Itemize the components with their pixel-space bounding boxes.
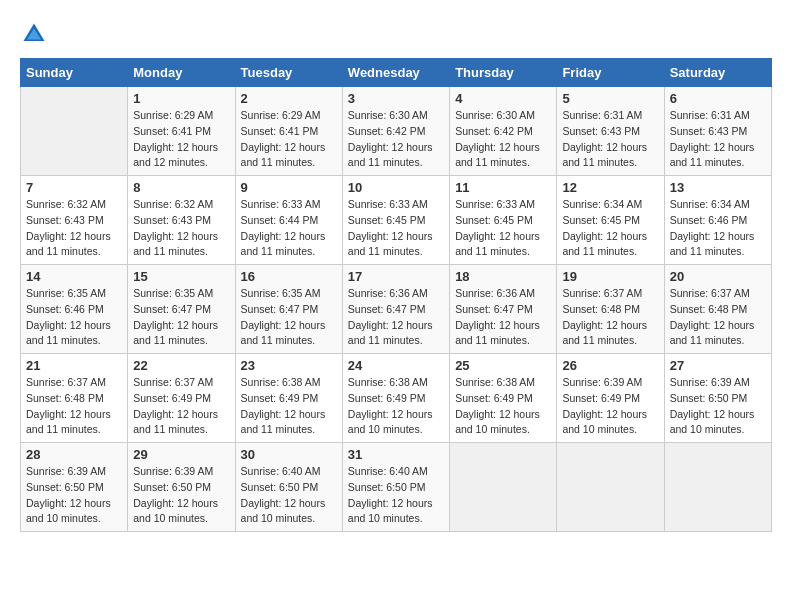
calendar-week-row: 28Sunrise: 6:39 AMSunset: 6:50 PMDayligh… bbox=[21, 443, 772, 532]
calendar-cell: 3Sunrise: 6:30 AMSunset: 6:42 PMDaylight… bbox=[342, 87, 449, 176]
calendar-cell: 1Sunrise: 6:29 AMSunset: 6:41 PMDaylight… bbox=[128, 87, 235, 176]
calendar-cell: 30Sunrise: 6:40 AMSunset: 6:50 PMDayligh… bbox=[235, 443, 342, 532]
day-number: 9 bbox=[241, 180, 337, 195]
day-number: 11 bbox=[455, 180, 551, 195]
day-number: 10 bbox=[348, 180, 444, 195]
calendar-table: SundayMondayTuesdayWednesdayThursdayFrid… bbox=[20, 58, 772, 532]
day-details: Sunrise: 6:39 AMSunset: 6:49 PMDaylight:… bbox=[562, 375, 658, 438]
day-details: Sunrise: 6:29 AMSunset: 6:41 PMDaylight:… bbox=[241, 108, 337, 171]
calendar-week-row: 14Sunrise: 6:35 AMSunset: 6:46 PMDayligh… bbox=[21, 265, 772, 354]
day-number: 25 bbox=[455, 358, 551, 373]
calendar-cell: 27Sunrise: 6:39 AMSunset: 6:50 PMDayligh… bbox=[664, 354, 771, 443]
column-header-tuesday: Tuesday bbox=[235, 59, 342, 87]
calendar-cell: 25Sunrise: 6:38 AMSunset: 6:49 PMDayligh… bbox=[450, 354, 557, 443]
calendar-cell bbox=[664, 443, 771, 532]
day-number: 16 bbox=[241, 269, 337, 284]
day-number: 3 bbox=[348, 91, 444, 106]
calendar-cell: 20Sunrise: 6:37 AMSunset: 6:48 PMDayligh… bbox=[664, 265, 771, 354]
calendar-cell: 8Sunrise: 6:32 AMSunset: 6:43 PMDaylight… bbox=[128, 176, 235, 265]
calendar-cell: 17Sunrise: 6:36 AMSunset: 6:47 PMDayligh… bbox=[342, 265, 449, 354]
column-header-wednesday: Wednesday bbox=[342, 59, 449, 87]
day-details: Sunrise: 6:40 AMSunset: 6:50 PMDaylight:… bbox=[348, 464, 444, 527]
day-number: 7 bbox=[26, 180, 122, 195]
day-details: Sunrise: 6:29 AMSunset: 6:41 PMDaylight:… bbox=[133, 108, 229, 171]
day-details: Sunrise: 6:40 AMSunset: 6:50 PMDaylight:… bbox=[241, 464, 337, 527]
day-details: Sunrise: 6:34 AMSunset: 6:46 PMDaylight:… bbox=[670, 197, 766, 260]
day-details: Sunrise: 6:33 AMSunset: 6:45 PMDaylight:… bbox=[455, 197, 551, 260]
day-number: 5 bbox=[562, 91, 658, 106]
day-number: 29 bbox=[133, 447, 229, 462]
calendar-cell: 26Sunrise: 6:39 AMSunset: 6:49 PMDayligh… bbox=[557, 354, 664, 443]
column-header-saturday: Saturday bbox=[664, 59, 771, 87]
day-details: Sunrise: 6:31 AMSunset: 6:43 PMDaylight:… bbox=[670, 108, 766, 171]
day-number: 13 bbox=[670, 180, 766, 195]
calendar-header-row: SundayMondayTuesdayWednesdayThursdayFrid… bbox=[21, 59, 772, 87]
day-number: 15 bbox=[133, 269, 229, 284]
day-number: 14 bbox=[26, 269, 122, 284]
day-details: Sunrise: 6:38 AMSunset: 6:49 PMDaylight:… bbox=[348, 375, 444, 438]
day-details: Sunrise: 6:34 AMSunset: 6:45 PMDaylight:… bbox=[562, 197, 658, 260]
calendar-week-row: 21Sunrise: 6:37 AMSunset: 6:48 PMDayligh… bbox=[21, 354, 772, 443]
calendar-cell: 23Sunrise: 6:38 AMSunset: 6:49 PMDayligh… bbox=[235, 354, 342, 443]
column-header-monday: Monday bbox=[128, 59, 235, 87]
logo bbox=[20, 20, 52, 48]
day-details: Sunrise: 6:39 AMSunset: 6:50 PMDaylight:… bbox=[26, 464, 122, 527]
day-details: Sunrise: 6:39 AMSunset: 6:50 PMDaylight:… bbox=[133, 464, 229, 527]
calendar-cell: 5Sunrise: 6:31 AMSunset: 6:43 PMDaylight… bbox=[557, 87, 664, 176]
day-details: Sunrise: 6:35 AMSunset: 6:47 PMDaylight:… bbox=[241, 286, 337, 349]
calendar-cell: 7Sunrise: 6:32 AMSunset: 6:43 PMDaylight… bbox=[21, 176, 128, 265]
day-details: Sunrise: 6:38 AMSunset: 6:49 PMDaylight:… bbox=[241, 375, 337, 438]
day-number: 6 bbox=[670, 91, 766, 106]
day-details: Sunrise: 6:37 AMSunset: 6:48 PMDaylight:… bbox=[26, 375, 122, 438]
day-number: 27 bbox=[670, 358, 766, 373]
day-details: Sunrise: 6:38 AMSunset: 6:49 PMDaylight:… bbox=[455, 375, 551, 438]
calendar-cell: 12Sunrise: 6:34 AMSunset: 6:45 PMDayligh… bbox=[557, 176, 664, 265]
page-header bbox=[20, 20, 772, 48]
calendar-cell bbox=[557, 443, 664, 532]
day-number: 20 bbox=[670, 269, 766, 284]
day-number: 21 bbox=[26, 358, 122, 373]
day-number: 26 bbox=[562, 358, 658, 373]
day-details: Sunrise: 6:30 AMSunset: 6:42 PMDaylight:… bbox=[348, 108, 444, 171]
calendar-cell: 9Sunrise: 6:33 AMSunset: 6:44 PMDaylight… bbox=[235, 176, 342, 265]
calendar-cell: 16Sunrise: 6:35 AMSunset: 6:47 PMDayligh… bbox=[235, 265, 342, 354]
column-header-thursday: Thursday bbox=[450, 59, 557, 87]
day-number: 19 bbox=[562, 269, 658, 284]
day-details: Sunrise: 6:37 AMSunset: 6:49 PMDaylight:… bbox=[133, 375, 229, 438]
calendar-cell: 10Sunrise: 6:33 AMSunset: 6:45 PMDayligh… bbox=[342, 176, 449, 265]
calendar-cell: 11Sunrise: 6:33 AMSunset: 6:45 PMDayligh… bbox=[450, 176, 557, 265]
day-details: Sunrise: 6:37 AMSunset: 6:48 PMDaylight:… bbox=[562, 286, 658, 349]
calendar-cell: 24Sunrise: 6:38 AMSunset: 6:49 PMDayligh… bbox=[342, 354, 449, 443]
day-details: Sunrise: 6:35 AMSunset: 6:47 PMDaylight:… bbox=[133, 286, 229, 349]
day-number: 2 bbox=[241, 91, 337, 106]
day-number: 31 bbox=[348, 447, 444, 462]
calendar-cell bbox=[450, 443, 557, 532]
logo-icon bbox=[20, 20, 48, 48]
day-number: 18 bbox=[455, 269, 551, 284]
day-number: 30 bbox=[241, 447, 337, 462]
column-header-friday: Friday bbox=[557, 59, 664, 87]
day-details: Sunrise: 6:36 AMSunset: 6:47 PMDaylight:… bbox=[455, 286, 551, 349]
calendar-cell: 22Sunrise: 6:37 AMSunset: 6:49 PMDayligh… bbox=[128, 354, 235, 443]
calendar-cell: 28Sunrise: 6:39 AMSunset: 6:50 PMDayligh… bbox=[21, 443, 128, 532]
day-number: 8 bbox=[133, 180, 229, 195]
day-details: Sunrise: 6:33 AMSunset: 6:45 PMDaylight:… bbox=[348, 197, 444, 260]
day-number: 24 bbox=[348, 358, 444, 373]
calendar-cell: 19Sunrise: 6:37 AMSunset: 6:48 PMDayligh… bbox=[557, 265, 664, 354]
calendar-cell: 15Sunrise: 6:35 AMSunset: 6:47 PMDayligh… bbox=[128, 265, 235, 354]
day-details: Sunrise: 6:36 AMSunset: 6:47 PMDaylight:… bbox=[348, 286, 444, 349]
day-details: Sunrise: 6:37 AMSunset: 6:48 PMDaylight:… bbox=[670, 286, 766, 349]
day-number: 22 bbox=[133, 358, 229, 373]
calendar-cell: 6Sunrise: 6:31 AMSunset: 6:43 PMDaylight… bbox=[664, 87, 771, 176]
calendar-cell: 29Sunrise: 6:39 AMSunset: 6:50 PMDayligh… bbox=[128, 443, 235, 532]
calendar-cell: 14Sunrise: 6:35 AMSunset: 6:46 PMDayligh… bbox=[21, 265, 128, 354]
calendar-cell: 4Sunrise: 6:30 AMSunset: 6:42 PMDaylight… bbox=[450, 87, 557, 176]
calendar-cell: 13Sunrise: 6:34 AMSunset: 6:46 PMDayligh… bbox=[664, 176, 771, 265]
calendar-cell: 18Sunrise: 6:36 AMSunset: 6:47 PMDayligh… bbox=[450, 265, 557, 354]
day-number: 17 bbox=[348, 269, 444, 284]
day-details: Sunrise: 6:32 AMSunset: 6:43 PMDaylight:… bbox=[133, 197, 229, 260]
day-details: Sunrise: 6:31 AMSunset: 6:43 PMDaylight:… bbox=[562, 108, 658, 171]
calendar-cell bbox=[21, 87, 128, 176]
day-number: 23 bbox=[241, 358, 337, 373]
day-details: Sunrise: 6:30 AMSunset: 6:42 PMDaylight:… bbox=[455, 108, 551, 171]
